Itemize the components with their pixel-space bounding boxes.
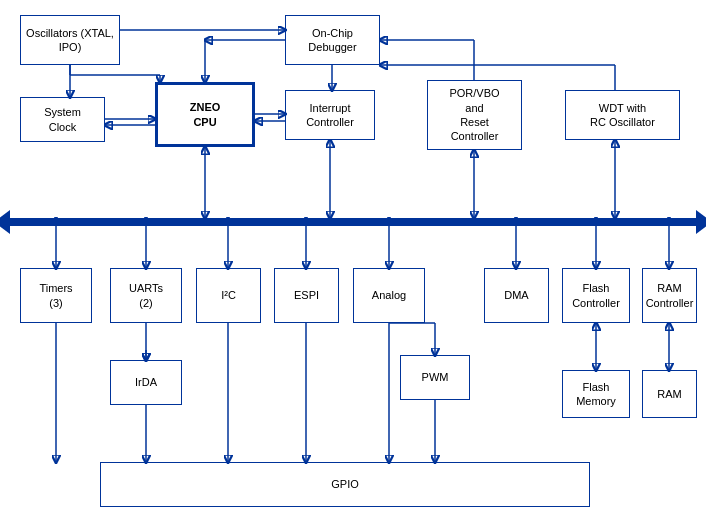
connections-svg xyxy=(0,0,706,532)
block-diagram: Oscillators (XTAL, IPO) On-ChipDebugger … xyxy=(0,0,706,532)
system-bus xyxy=(10,218,696,226)
